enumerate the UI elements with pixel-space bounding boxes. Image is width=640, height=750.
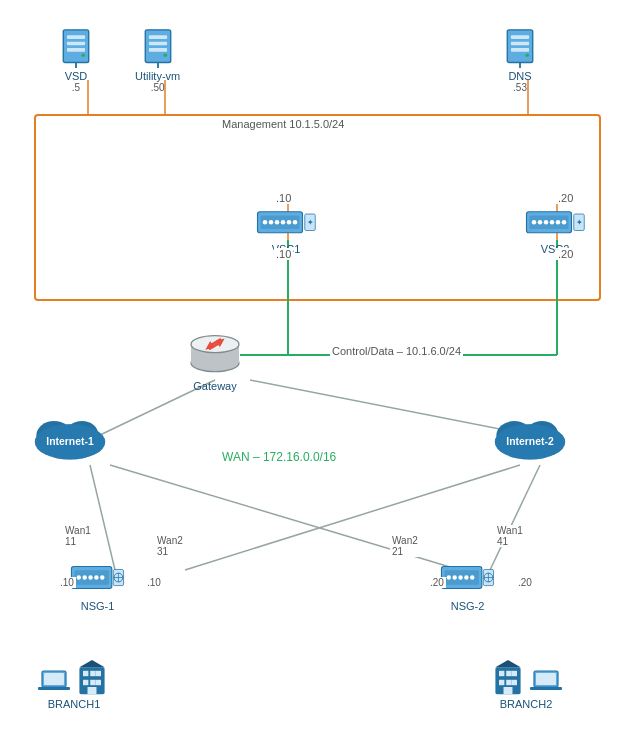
nsg2-ip-left: .20: [428, 577, 446, 588]
svg-rect-96: [90, 680, 95, 685]
nsg1-ip-right: .10: [145, 577, 163, 588]
vsc1-ip-bottom: .10: [274, 248, 293, 260]
nsg2-wan2-label: Wan221: [390, 535, 420, 557]
server-icon: [58, 28, 94, 68]
svg-rect-92: [83, 671, 88, 676]
nsg1-icon: [70, 560, 125, 598]
svg-point-82: [464, 575, 468, 579]
svg-line-14: [185, 465, 520, 570]
branch1-laptop-icon: [38, 668, 70, 696]
svg-rect-23: [149, 42, 167, 46]
svg-point-19: [81, 53, 85, 57]
svg-rect-104: [499, 680, 504, 685]
svg-point-46: [538, 220, 543, 225]
svg-rect-106: [512, 680, 517, 685]
svg-rect-110: [536, 673, 556, 685]
svg-rect-16: [67, 35, 85, 39]
svg-point-80: [452, 575, 456, 579]
svg-point-68: [77, 575, 81, 579]
svg-point-31: [525, 53, 529, 57]
svg-line-11: [90, 465, 115, 570]
control-data-label: Control/Data – 10.1.6.0/24: [330, 345, 463, 357]
utility-vm-node: Utility-vm .50: [135, 28, 180, 93]
svg-rect-103: [512, 671, 517, 676]
svg-rect-98: [88, 687, 97, 694]
svg-point-71: [94, 575, 98, 579]
vsc2-ip-bottom: .20: [556, 248, 575, 260]
svg-point-39: [287, 220, 292, 225]
svg-point-38: [281, 220, 286, 225]
nsg1-wan1-label: Wan111: [63, 525, 93, 547]
svg-point-83: [470, 575, 474, 579]
svg-rect-22: [149, 35, 167, 39]
vsc1-ip-top: .10: [274, 192, 293, 204]
svg-rect-102: [506, 671, 511, 676]
svg-point-37: [275, 220, 280, 225]
vsd-node: VSD .5: [58, 28, 94, 93]
svg-rect-105: [506, 680, 511, 685]
nsg1-node: NSG-1: [70, 560, 125, 612]
svg-rect-15: [63, 30, 88, 63]
svg-rect-28: [511, 35, 529, 39]
svg-rect-89: [44, 673, 64, 685]
svg-marker-99: [79, 660, 104, 667]
svg-rect-29: [511, 42, 529, 46]
network-diagram: VSD .5 Utility-vm .50 DNS .53 Management…: [0, 0, 640, 750]
branch2-building-icon: [490, 660, 526, 696]
svg-point-79: [447, 575, 451, 579]
svg-point-69: [82, 575, 86, 579]
svg-text:Internet-2: Internet-2: [506, 436, 554, 447]
svg-rect-97: [96, 680, 101, 685]
vsc1-switch-icon: ✦: [256, 205, 316, 241]
nsg1-wan2-label: Wan231: [155, 535, 185, 557]
nsg2-ip-right: .20: [516, 577, 534, 588]
svg-text:✦: ✦: [576, 218, 583, 227]
svg-rect-0: [35, 115, 600, 300]
svg-rect-27: [507, 30, 532, 63]
svg-point-35: [263, 220, 268, 225]
svg-line-10: [250, 380, 530, 435]
svg-point-47: [544, 220, 549, 225]
vsc2-node: ✦ VSC2: [525, 205, 585, 255]
vsc2-switch-icon: ✦: [525, 205, 585, 241]
svg-point-70: [88, 575, 92, 579]
svg-rect-90: [38, 687, 70, 690]
svg-point-48: [550, 220, 555, 225]
svg-rect-24: [149, 48, 167, 52]
branch2-node: BRANCH2: [490, 660, 562, 710]
svg-point-81: [458, 575, 462, 579]
nsg2-wan1-label: Wan141: [495, 525, 525, 547]
svg-rect-101: [499, 671, 504, 676]
nsg2-icon: [440, 560, 495, 598]
svg-point-50: [562, 220, 567, 225]
dns-node: DNS .53: [502, 28, 538, 93]
nsg1-ip-left: .10: [58, 577, 76, 588]
svg-marker-108: [495, 660, 520, 667]
svg-rect-94: [96, 671, 101, 676]
branch2-laptop-icon: [530, 668, 562, 696]
internet1-node: Internet-1: [30, 410, 110, 465]
svg-point-36: [269, 220, 274, 225]
internet2-cloud-icon: Internet-2: [490, 410, 570, 465]
svg-rect-21: [145, 30, 170, 63]
gateway-router-icon: [185, 318, 245, 378]
nsg2-node: NSG-2: [440, 560, 495, 612]
svg-rect-93: [90, 671, 95, 676]
svg-rect-107: [504, 687, 513, 694]
svg-point-49: [556, 220, 561, 225]
svg-point-72: [100, 575, 104, 579]
svg-line-13: [490, 465, 540, 570]
svg-rect-17: [67, 42, 85, 46]
vsc2-ip-top: .20: [556, 192, 575, 204]
management-label: Management 10.1.5.0/24: [220, 118, 346, 130]
svg-point-25: [163, 53, 167, 57]
svg-rect-95: [83, 680, 88, 685]
internet1-cloud-icon: Internet-1: [30, 410, 110, 465]
svg-rect-111: [530, 687, 562, 690]
svg-point-40: [293, 220, 298, 225]
gateway-node: Gateway: [185, 318, 245, 392]
svg-text:✦: ✦: [307, 218, 314, 227]
svg-text:Internet-1: Internet-1: [46, 436, 94, 447]
svg-point-45: [532, 220, 537, 225]
svg-rect-18: [67, 48, 85, 52]
